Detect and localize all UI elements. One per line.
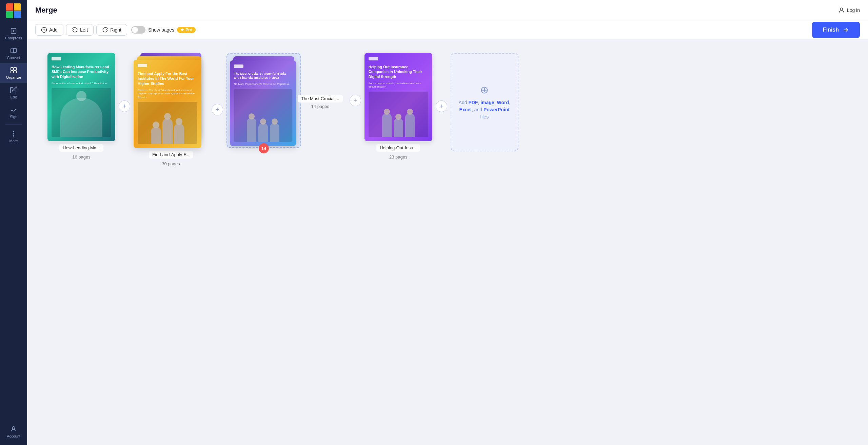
doc-stacked-2: The Most Crucial Strategy for Banks and …: [134, 53, 208, 148]
doc3-c2-subtitle: No More Paperwork It's Time to Go Paperl…: [234, 82, 292, 86]
add-button[interactable]: Add: [35, 24, 63, 36]
add-files-card[interactable]: ⊕ Add PDF, image, Word, Excel, and Power…: [451, 53, 518, 151]
svg-rect-3: [11, 68, 13, 70]
sidebar-item-convert[interactable]: Convert: [0, 43, 27, 63]
plus-btn-1[interactable]: +: [119, 100, 130, 112]
login-button[interactable]: Log in: [838, 7, 860, 14]
doc1-title-text: How Leading Manufacturers and SMEs Can I…: [52, 64, 111, 79]
arrow-right-icon: [842, 26, 849, 33]
pdf-logo-1: [52, 57, 61, 60]
sidebar-convert-label: Convert: [7, 56, 20, 60]
sidebar-item-account[interactable]: Account: [0, 422, 27, 442]
doc3-card2: The Most Crucial Strategy for Banks and …: [230, 60, 296, 146]
people-group-2: [138, 102, 197, 144]
sidebar-item-more[interactable]: More: [0, 127, 27, 146]
doc1-label: How-Leading-Ma...: [59, 144, 103, 152]
add-card-text: Add PDF, image, Word, Excel, and PowerPo…: [458, 99, 511, 120]
sidebar-organize-label: Organize: [6, 75, 21, 79]
plus-btn-4[interactable]: +: [436, 100, 447, 112]
doc-card-1[interactable]: How Leading Manufacturers and SMEs Can I…: [47, 53, 115, 160]
p4-3: [405, 113, 415, 137]
doc3-pages: 14 pages: [311, 104, 330, 109]
toolbar: Add Left Right Show pages ★ Pro: [27, 20, 868, 39]
plus-circle-icon: ⊕: [480, 84, 489, 96]
doc2-front: Find and Apply For the Best Institutes I…: [134, 60, 201, 148]
star-icon: ★: [180, 27, 184, 32]
left-button[interactable]: Left: [66, 24, 94, 36]
doc1-subtitle-text: Become the Winner of Industry 4.0 Revolu…: [52, 82, 111, 85]
content-area: How Leading Manufacturers and SMEs Can I…: [27, 39, 868, 445]
doc-thumbnail-4: Helping Out Insurance Companies in Unloc…: [364, 53, 432, 141]
account-icon: [10, 425, 17, 433]
doc-drag-area: The Most Crucial Strategy for Banks and …: [226, 53, 301, 148]
p4-2: [394, 118, 403, 137]
doc4-pages: 23 pages: [389, 154, 408, 160]
right-button[interactable]: Right: [96, 24, 127, 36]
main-area: Merge Log in Add Left: [27, 0, 868, 445]
rotate-left-icon: [72, 27, 78, 33]
p3-1: [247, 118, 256, 142]
doc1-silhouette: [60, 98, 102, 137]
p3-3: [270, 123, 279, 142]
compress-icon: [10, 27, 17, 35]
plus-btn-2[interactable]: +: [212, 104, 223, 115]
doc4-label: Helping-Out-Insu...: [376, 144, 420, 152]
badge-14: 14: [259, 143, 269, 153]
doc3-label: The Most Crucial ...: [298, 95, 343, 103]
person-b: [162, 118, 173, 144]
svg-point-10: [12, 427, 15, 429]
doc3-c2-title: The Most Crucial Strategy for Banks and …: [234, 72, 292, 80]
sidebar-account-label: Account: [7, 434, 20, 438]
doc-slot-1: How Leading Manufacturers and SMEs Can I…: [47, 53, 134, 160]
sidebar-item-compress[interactable]: Compress: [0, 24, 27, 43]
p3-2: [258, 123, 268, 142]
doc2-f-image: [138, 102, 197, 144]
people-g4: [369, 92, 428, 137]
sidebar-compress-label: Compress: [5, 36, 22, 40]
sidebar-sign-label: Sign: [10, 115, 17, 119]
doc3-c2-img: [234, 89, 292, 142]
convert-icon: [10, 47, 17, 54]
finish-label: Finish: [823, 27, 839, 33]
user-icon: [838, 7, 845, 14]
sidebar-item-sign[interactable]: Sign: [0, 103, 27, 122]
plus-btn-3[interactable]: +: [350, 95, 361, 106]
pdf-logo-4: [369, 57, 378, 60]
pro-label: Pro: [185, 27, 192, 32]
doc-thumbnail-1: How Leading Manufacturers and SMEs Can I…: [47, 53, 115, 141]
sidebar-more-label: More: [9, 139, 18, 143]
doc4-title-text: Helping Out Insurance Companies in Unloc…: [369, 64, 428, 79]
doc-card-2[interactable]: The Most Crucial Strategy for Banks and …: [134, 53, 208, 166]
organize-icon: [10, 67, 17, 74]
sidebar-divider: [5, 124, 22, 125]
right-label: Right: [110, 27, 121, 33]
people-g3: [234, 89, 292, 142]
header: Merge Log in: [27, 0, 868, 20]
svg-point-8: [13, 133, 14, 134]
login-label: Log in: [847, 7, 860, 13]
rotate-right-icon: [102, 27, 108, 33]
finish-button[interactable]: Finish: [812, 22, 860, 38]
svg-rect-5: [11, 71, 13, 73]
doc2-f-logo: [138, 64, 147, 67]
app-logo[interactable]: [6, 3, 21, 18]
doc-slot-2: The Most Crucial Strategy for Banks and …: [134, 53, 226, 166]
doc1-pages: 16 pages: [72, 154, 91, 160]
show-pages-toggle[interactable]: [131, 26, 145, 34]
show-pages-label: Show pages: [148, 27, 174, 33]
doc-slot-3: The Most Crucial Strategy for Banks and …: [226, 53, 364, 148]
sign-icon: [10, 106, 17, 113]
sidebar-item-organize[interactable]: Organize: [0, 63, 27, 83]
more-icon: [10, 130, 17, 137]
doc-card-4[interactable]: Helping Out Insurance Companies in Unloc…: [364, 53, 432, 160]
svg-point-11: [841, 8, 843, 10]
pro-badge: ★ Pro: [177, 27, 196, 33]
page-title: Merge: [35, 6, 838, 15]
doc1-image: [52, 88, 111, 137]
doc3-c2-logo: [234, 64, 243, 68]
show-pages-toggle-group: Show pages: [131, 26, 174, 34]
sidebar-item-edit[interactable]: Edit: [0, 83, 27, 103]
doc2-pages: 30 pages: [162, 161, 180, 166]
add-label: Add: [49, 27, 58, 33]
svg-point-9: [13, 135, 14, 136]
